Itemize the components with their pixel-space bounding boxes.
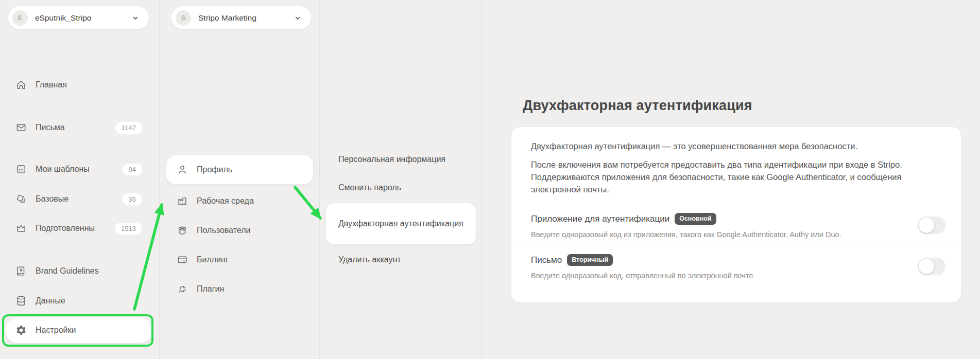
settings-item-billing[interactable]: Биллинг bbox=[166, 247, 313, 272]
auth-app-option-description: Введите одноразовый код из приложения, т… bbox=[531, 230, 841, 239]
mail-icon bbox=[15, 122, 27, 133]
gear-icon bbox=[15, 325, 27, 336]
two-factor-card: Двухфакторная аутентификация — это усове… bbox=[511, 127, 961, 302]
sidebar-item-label: Brand Guidelines bbox=[36, 266, 99, 276]
two-factor-intro: Двухфакторная аутентификация — это усове… bbox=[511, 127, 961, 196]
sidebar-item-emails[interactable]: Письма 1147 bbox=[5, 115, 152, 140]
sidebar-item-settings[interactable]: Настройки bbox=[5, 317, 152, 343]
users-icon bbox=[177, 225, 188, 236]
settings-item-users[interactable]: Пользователи bbox=[166, 218, 313, 243]
home-icon bbox=[15, 79, 27, 91]
profile-sidebar: Персональная информация Сменить пароль Д… bbox=[320, 0, 482, 359]
profile-item-delete-account[interactable]: Удалить аккаунт bbox=[326, 248, 476, 271]
plugin-icon bbox=[177, 283, 188, 295]
sidebar-item-home[interactable]: Главная bbox=[5, 73, 152, 97]
settings-item-label: Биллинг bbox=[197, 255, 229, 264]
settings-sidebar: S Stripo Marketing Профиль Рабочая среда… bbox=[160, 0, 320, 359]
primary-role-badge: Основной bbox=[675, 213, 716, 225]
auth-app-option-title: Приложение для аутентификации bbox=[531, 214, 669, 224]
count-badge: 94 bbox=[123, 164, 142, 175]
settings-item-workspace[interactable]: Рабочая среда bbox=[166, 189, 313, 213]
intro-paragraph-1: Двухфакторная аутентификация — это усове… bbox=[531, 140, 941, 153]
sidebar-item-label: Настройки bbox=[36, 326, 76, 335]
profile-item-two-factor[interactable]: Двухфакторная аутентификация bbox=[326, 203, 476, 244]
sidebar-item-label: Подготовленны bbox=[36, 224, 95, 233]
count-badge: 1147 bbox=[115, 122, 142, 134]
toggle-knob bbox=[919, 259, 934, 274]
profile-item-label: Сменить пароль bbox=[338, 183, 401, 192]
sidebar-item-basic[interactable]: Базовые 35 bbox=[5, 187, 152, 211]
database-icon bbox=[15, 295, 27, 307]
sidebar-item-prepared[interactable]: Подготовленны 1513 bbox=[5, 216, 152, 241]
account-sidebar: E eSputnik_Stripo Главная Письма 1147 Мо… bbox=[0, 0, 160, 359]
settings-item-plugin[interactable]: Плагин bbox=[166, 277, 313, 301]
crown-icon bbox=[15, 223, 27, 234]
settings-item-profile[interactable]: Профиль bbox=[166, 155, 313, 184]
profile-item-personal-info[interactable]: Персональная информация bbox=[326, 148, 476, 171]
secondary-role-badge: Вторичный bbox=[567, 254, 613, 266]
email-option-title: Письмо bbox=[531, 255, 562, 265]
sidebar-item-label: Письма bbox=[36, 123, 65, 132]
user-icon bbox=[177, 164, 188, 175]
email-option-text: Письмо Вторичный Введите одноразовый код… bbox=[531, 254, 755, 280]
basic-templates-icon bbox=[15, 193, 27, 205]
workspace-icon bbox=[177, 195, 188, 207]
count-badge: 35 bbox=[123, 193, 142, 205]
profile-nav: Персональная информация Сменить пароль Д… bbox=[326, 0, 476, 271]
sidebar-item-label: Данные bbox=[36, 296, 65, 306]
settings-item-label: Пользователи bbox=[197, 226, 250, 235]
auth-app-option-text: Приложение для аутентификации Основной В… bbox=[531, 212, 841, 239]
brand-book-icon bbox=[15, 265, 27, 277]
settings-item-label: Профиль bbox=[197, 165, 232, 174]
auth-app-option-row: Приложение для аутентификации Основной В… bbox=[511, 205, 961, 246]
settings-item-label: Рабочая среда bbox=[197, 196, 254, 206]
auth-app-toggle[interactable] bbox=[918, 217, 945, 234]
profile-item-label: Персональная информация bbox=[338, 155, 445, 164]
sidebar-item-label: Главная bbox=[36, 80, 67, 89]
profile-item-change-password[interactable]: Сменить пароль bbox=[326, 176, 476, 199]
main-nav: Главная Письма 1147 Мои шаблоны 94 Базов… bbox=[5, 0, 152, 343]
email-option-description: Введите одноразовый код, отправленный по… bbox=[531, 272, 755, 280]
sidebar-item-label: Базовые bbox=[36, 194, 68, 204]
email-toggle[interactable] bbox=[918, 258, 945, 275]
email-option-row: Письмо Вторичный Введите одноразовый код… bbox=[511, 246, 961, 287]
profile-item-label: Двухфакторная аутентификация bbox=[338, 218, 463, 230]
main-content: Двухфакторная аутентификация Двухфакторн… bbox=[482, 0, 980, 359]
sidebar-item-data[interactable]: Данные bbox=[5, 289, 152, 313]
toggle-knob bbox=[919, 218, 934, 233]
sidebar-item-label: Мои шаблоны bbox=[36, 165, 90, 174]
billing-card-icon bbox=[177, 254, 188, 265]
settings-nav: Профиль Рабочая среда Пользователи Билли… bbox=[166, 0, 313, 301]
sidebar-item-brand-guidelines[interactable]: Brand Guidelines bbox=[5, 259, 152, 283]
profile-item-label: Удалить аккаунт bbox=[338, 255, 401, 264]
count-badge: 1513 bbox=[115, 223, 142, 235]
sidebar-item-my-templates[interactable]: Мои шаблоны 94 bbox=[5, 157, 152, 182]
intro-paragraph-2: После включения вам потребуется предоста… bbox=[531, 159, 941, 196]
templates-icon bbox=[15, 164, 27, 175]
settings-item-label: Плагин bbox=[197, 284, 224, 294]
page-title: Двухфакторная аутентификация bbox=[523, 98, 752, 114]
